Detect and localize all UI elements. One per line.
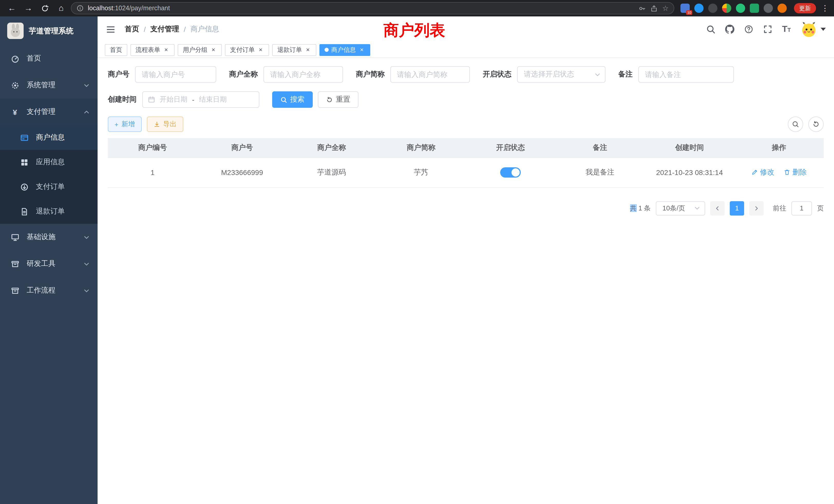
col-full-name: 商户全称	[287, 138, 376, 158]
breadcrumb-home[interactable]: 首页	[125, 25, 139, 34]
tab-refund-order[interactable]: 退款订单×	[272, 44, 316, 56]
extension-puzzle-icon[interactable]: 10	[680, 4, 690, 13]
address-bar[interactable]: localhost:1024/pay/merchant ☆	[71, 2, 674, 14]
search-icon	[792, 121, 799, 128]
tab-home[interactable]: 首页	[105, 44, 127, 56]
navbar-actions: TT	[706, 21, 826, 38]
goto-label: 前往	[773, 204, 786, 213]
refresh-table-button[interactable]	[808, 116, 824, 132]
grid-icon	[19, 158, 29, 166]
page-size-value: 10条/页	[662, 204, 685, 213]
page-content: 商户号 商户全称 商户简称 开启状态 请选择开启状态	[97, 58, 834, 504]
browser-forward-icon[interactable]: →	[22, 2, 35, 15]
status-toggle[interactable]	[500, 167, 521, 178]
add-button[interactable]: + 新增	[108, 116, 141, 132]
goto-unit-label: 页	[817, 204, 824, 213]
screen: ← → ⌂ localhost:1024/pay/merchant ☆ 10	[0, 0, 834, 504]
page-number-1[interactable]: 1	[730, 201, 744, 215]
filter-create-time: 创建时间 开始日期 - 结束日期	[108, 91, 259, 108]
sidebar: 芋道管理系统 首页 系统管理 ¥ 支付管理	[0, 17, 97, 504]
browser-home-icon[interactable]: ⌂	[54, 2, 68, 15]
sidebar-item-pay[interactable]: ¥ 支付管理	[0, 98, 97, 125]
close-icon[interactable]: ×	[358, 46, 365, 53]
reset-button[interactable]: 重置	[318, 91, 358, 108]
site-info-icon[interactable]	[76, 5, 84, 12]
breadcrumb-pay[interactable]: 支付管理	[151, 25, 179, 34]
extension-check-icon[interactable]	[736, 4, 745, 13]
extension-badge: 10	[686, 10, 692, 15]
chevron-up-icon	[84, 109, 89, 115]
cell-remark: 我是备注	[555, 158, 645, 187]
date-range-picker[interactable]: 开始日期 - 结束日期	[142, 91, 259, 108]
sidebar-toggle-icon[interactable]	[106, 24, 115, 34]
filter-status: 开启状态 请选择开启状态	[483, 66, 606, 83]
github-icon[interactable]	[725, 25, 734, 34]
tab-process-form[interactable]: 流程表单×	[130, 44, 175, 56]
sidebar-item-system[interactable]: 系统管理	[0, 72, 97, 98]
full-name-input[interactable]	[263, 66, 343, 83]
browser-menu-icon[interactable]: ⋮	[821, 4, 829, 13]
merchant-no-input[interactable]	[135, 66, 216, 83]
gear-icon	[10, 81, 20, 90]
tab-pay-order[interactable]: 支付订单×	[225, 44, 269, 56]
goto-page-input[interactable]	[791, 201, 812, 215]
toggle-search-button[interactable]	[788, 116, 803, 132]
next-page-button[interactable]	[749, 201, 764, 215]
chevron-right-icon	[753, 205, 760, 211]
sidebar-item-refund-order[interactable]: 退款订单	[0, 199, 97, 224]
search-icon[interactable]	[706, 25, 716, 34]
sidebar-item-merchant-info[interactable]: 商户信息	[0, 125, 97, 150]
close-icon[interactable]: ×	[210, 46, 217, 53]
extension-pie-icon[interactable]	[722, 4, 731, 13]
sidebar-item-workflow[interactable]: 工作流程	[0, 277, 97, 304]
short-name-input[interactable]	[390, 66, 470, 83]
sidebar-item-app-info[interactable]: 应用信息	[0, 150, 97, 175]
extension-drop-icon[interactable]	[694, 4, 704, 13]
share-icon[interactable]	[651, 4, 658, 12]
close-icon[interactable]: ×	[257, 46, 264, 53]
url-text[interactable]: localhost:1024/pay/merchant	[88, 5, 170, 12]
extension-dark-icon[interactable]	[708, 4, 718, 13]
browser-back-icon[interactable]: ←	[5, 2, 19, 15]
sidebar-item-home[interactable]: 首页	[0, 45, 97, 72]
export-button[interactable]: 导出	[147, 116, 183, 132]
delete-link[interactable]: 删除	[784, 168, 807, 177]
status-select-placeholder: 请选择开启状态	[524, 70, 574, 79]
password-key-icon[interactable]	[639, 4, 646, 12]
extension-note-icon[interactable]	[750, 4, 759, 13]
close-icon[interactable]: ×	[163, 46, 170, 53]
extension-pin-icon[interactable]	[764, 4, 773, 13]
sidebar-logo[interactable]: 芋道管理系统	[0, 17, 97, 45]
tab-label: 商户信息	[331, 45, 356, 54]
search-button[interactable]: 搜索	[272, 91, 313, 108]
bookmark-star-icon[interactable]: ☆	[662, 4, 668, 12]
sidebar-item-pay-order[interactable]: 支付订单	[0, 175, 97, 199]
tab-merchant-info[interactable]: 商户信息×	[320, 44, 370, 56]
card-icon	[19, 133, 29, 142]
edit-link[interactable]: 修改	[751, 168, 774, 177]
breadcrumb-current: 商户信息	[191, 25, 219, 34]
cell-full-name: 芋道源码	[287, 158, 376, 187]
user-menu[interactable]	[800, 21, 826, 38]
sidebar-item-infra[interactable]: 基础设施	[0, 224, 97, 250]
browser-reload-icon[interactable]	[38, 2, 51, 15]
tab-label: 支付订单	[230, 45, 255, 54]
url-path: :1024/pay/merchant	[113, 5, 170, 12]
tags-view-bar: 首页 流程表单× 用户分组× 支付订单× 退款订单× 商户信息×	[97, 42, 834, 58]
status-select[interactable]: 请选择开启状态	[517, 66, 606, 83]
sidebar-item-devtools[interactable]: 研发工具	[0, 250, 97, 277]
font-size-icon[interactable]: TT	[782, 24, 791, 35]
filter-label: 开启状态	[483, 70, 511, 79]
breadcrumb-separator: /	[144, 25, 146, 33]
close-icon[interactable]: ×	[305, 46, 311, 53]
calendar-icon	[148, 96, 155, 103]
page-size-select[interactable]: 10条/页	[656, 201, 705, 215]
tab-user-group[interactable]: 用户分组×	[178, 44, 222, 56]
chrome-update-button[interactable]: 更新	[794, 3, 816, 13]
font-size-big: T	[782, 24, 788, 35]
fullscreen-icon[interactable]	[763, 25, 772, 34]
prev-page-button[interactable]	[710, 201, 725, 215]
remark-input[interactable]	[638, 66, 734, 83]
help-question-icon[interactable]	[744, 25, 753, 34]
browser-profile-avatar[interactable]	[777, 4, 787, 13]
